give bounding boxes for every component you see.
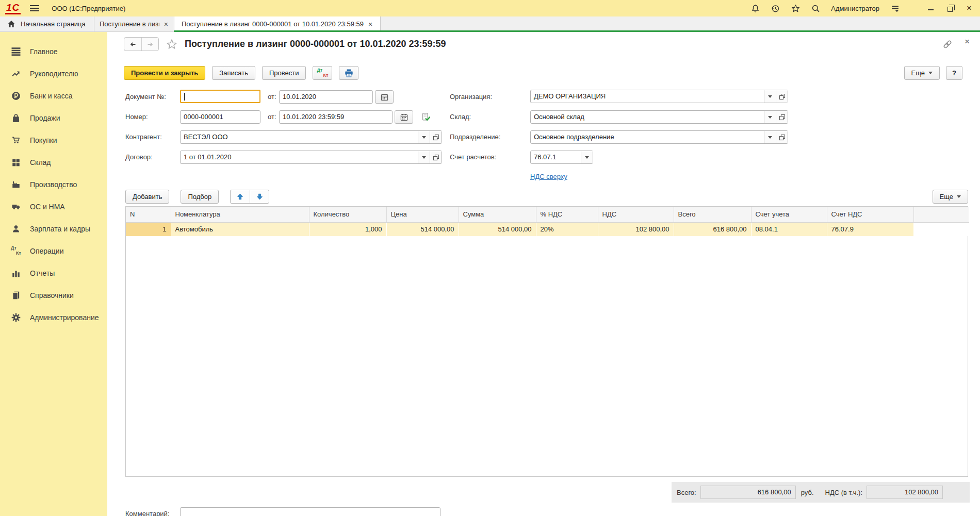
table-row[interactable]: 1 Автомобиль 1,000 514 000,00 514 000,00… [126,222,969,236]
more-button[interactable]: Еще [904,66,940,80]
dropdown-button[interactable] [764,111,776,123]
get-link-icon[interactable] [943,40,952,49]
open-button[interactable] [430,131,442,143]
sidebar-item-spravochniki[interactable]: Справочники [0,284,107,306]
current-user[interactable]: Администратор [831,5,879,12]
organization-input[interactable]: ДЕМО ОРГАНИЗАЦИЯ [530,90,788,103]
grid-more-button[interactable]: Еще [933,190,968,204]
move-down-button[interactable] [250,190,269,203]
settlement-account-input[interactable]: 76.07.1 [530,151,593,164]
close-icon[interactable]: × [368,21,373,28]
open-button[interactable] [430,151,442,163]
grid-cell[interactable]: 514 000,00 [459,222,536,236]
total-label: Всего: [677,489,696,496]
dropdown-button[interactable] [418,131,430,143]
sidebar-item-label: Зарплата и кадры [30,225,90,233]
post-button[interactable]: Провести [262,66,306,80]
grid-cell[interactable]: 102 800,00 [598,222,674,236]
grid-cell[interactable]: 1 [126,222,171,236]
sidebar-item-pokupki[interactable]: Покупки [0,129,107,151]
nav-history-group [124,37,159,51]
contract-value: 1 от 01.01.2020 [181,151,418,163]
1c-logo[interactable]: 1С [5,3,21,14]
tab-home[interactable]: Начальная страница [0,16,94,31]
sidebar-item-proizvodstvo[interactable]: Производство [0,173,107,195]
minimize-button[interactable] [928,6,934,10]
tab-lease-list[interactable]: Поступление в лизинг × [94,16,174,31]
dropdown-button[interactable] [764,90,776,103]
date2-input[interactable]: 10.01.2020 23:59:59 [279,110,393,124]
number-input[interactable]: 0000-000001 [180,110,260,124]
warehouse-input[interactable]: Основной склад [530,110,788,124]
sidebar-item-rukovoditelyu[interactable]: Руководителю [0,62,107,85]
cart-icon [11,136,21,145]
date1-input[interactable]: 10.01.2020 [279,90,373,104]
forward-button[interactable] [141,38,158,51]
dtkt-postings-button[interactable]: ДтКт [313,66,332,80]
sidebar-item-sklad[interactable]: Склад [0,151,107,173]
window-close-button[interactable]: × [967,4,972,12]
favorite-star-icon[interactable] [166,39,177,50]
notifications-bell-icon[interactable] [750,4,760,13]
grid-cell[interactable]: 08.04.1 [751,222,827,236]
vat-total-value: 102 800,00 [867,486,943,499]
move-up-button[interactable] [231,190,250,203]
grid-cell[interactable]: Автомобиль [171,222,309,236]
counterparty-value: ВЕСТЭЛ ООО [181,131,418,143]
favorites-star-icon[interactable] [791,4,800,13]
contract-input[interactable]: 1 от 01.01.2020 [180,151,442,164]
bag-icon [11,113,21,123]
sidebar-item-bank-kassa[interactable]: Банк и касса [0,85,107,107]
dropdown-button[interactable] [764,131,776,143]
search-icon[interactable] [811,4,820,13]
sidebar-item-label: Операции [30,247,64,255]
grid-cell[interactable]: 76.07.9 [827,222,913,236]
sidebar-item-label: Покупки [30,136,57,144]
grid-cell[interactable]: 1,000 [309,222,386,236]
sidebar-item-glavnoe[interactable]: Главное [0,40,107,62]
restore-button[interactable] [948,5,953,12]
dropdown-button[interactable] [418,151,430,163]
sidebar-item-prodazhi[interactable]: Продажи [0,107,107,129]
set-current-date-icon[interactable] [419,110,433,124]
sidebar-item-label: Справочники [30,291,74,299]
add-row-button[interactable]: Добавить [125,190,169,204]
service-menu-icon[interactable] [890,4,900,13]
grid-cell[interactable]: 514 000,00 [386,222,459,236]
grid-cell[interactable]: 616 800,00 [674,222,751,236]
table-header-row: N Номенклатура Количество Цена Сумма % Н… [126,207,969,222]
sidebar-item-os-nma[interactable]: ОС и НМА [0,195,107,218]
sidebar-item-otchety[interactable]: Отчеты [0,262,107,284]
tab-lease-document[interactable]: Поступление в лизинг 0000-000001 от 10.0… [174,16,381,31]
grid-cell[interactable]: 20% [536,222,598,236]
history-icon[interactable] [771,4,780,13]
counterparty-input[interactable]: ВЕСТЭЛ ООО [180,130,442,144]
save-button[interactable]: Записать [212,66,255,80]
department-input[interactable]: Основное подразделение [530,130,788,144]
help-button[interactable]: ? [946,66,962,80]
open-button[interactable] [776,90,788,103]
column-header: Номенклатура [171,207,309,222]
main-menu-icon[interactable] [30,5,39,11]
back-button[interactable] [124,38,141,51]
doc-no-input[interactable] [180,90,260,103]
form-close-icon[interactable]: × [965,38,970,46]
close-icon[interactable]: × [164,21,169,28]
column-header: Сумма [459,207,536,222]
calendar-button[interactable] [395,110,413,124]
post-and-close-button[interactable]: Провести и закрыть [124,66,205,80]
print-button[interactable] [339,66,358,80]
dropdown-button[interactable] [581,151,593,163]
sidebar-item-label: Главное [30,47,58,56]
sidebar-item-operacii[interactable]: ДтКт Операции [0,240,107,262]
sidebar-item-zarplata-kadry[interactable]: Зарплата и кадры [0,218,107,240]
sidebar-item-administrirovanie[interactable]: Администрирование [0,306,107,328]
grid-cell[interactable] [913,222,969,236]
open-button[interactable] [776,131,788,143]
comment-value [181,508,440,516]
vat-mode-link[interactable]: НДС сверху [530,173,567,180]
pick-button[interactable]: Подбор [181,190,219,204]
comment-input[interactable] [180,507,440,516]
calendar-button[interactable] [375,90,394,104]
open-button[interactable] [776,111,788,123]
